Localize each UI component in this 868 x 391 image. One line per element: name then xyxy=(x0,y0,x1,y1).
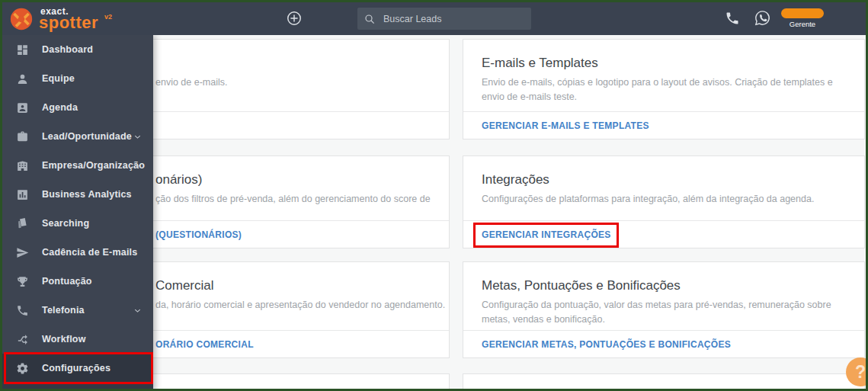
send-icon xyxy=(16,246,29,259)
annotation-red-box xyxy=(473,223,619,248)
phone-icon xyxy=(16,304,29,317)
card-title: Metas, Pontuações e Bonificações xyxy=(482,277,846,293)
settings-card-left-0: envio de e-mails. xyxy=(153,39,450,139)
person-icon xyxy=(16,72,29,85)
card-title xyxy=(155,55,431,71)
card-title: Integrações xyxy=(482,171,846,187)
card-body: Comercialda, horário comercial e apresen… xyxy=(153,262,449,312)
chevron-down-icon xyxy=(133,161,143,171)
sidebar-item-label: Equipe xyxy=(42,73,75,84)
card-description: envio de e-mails. xyxy=(155,75,431,90)
card-actions-row: GERENCIAR METAS, PONTUAÇÕES E BONIFICAÇÕ… xyxy=(463,330,864,357)
sidebar-item-label: Cadência de E-mails xyxy=(42,247,137,258)
sidebar-item-label: Workflow xyxy=(42,334,86,345)
sidebar-item-equipe[interactable]: Equipe xyxy=(2,64,153,93)
sidebar-item-label: Agenda xyxy=(42,102,78,113)
settings-card-integracoes: IntegraçõesConfigurações de plataformas … xyxy=(463,155,865,248)
card-description: da, horário comercial e apresentação do … xyxy=(155,298,431,312)
sidebar-item-searching[interactable]: Searching xyxy=(2,209,153,238)
card-actions-row: ORÁRIO COMERCIAL xyxy=(153,330,449,357)
card-actions-row: (QUESTIONÁRIOS) xyxy=(153,220,449,248)
card-title: E-mails e Templates xyxy=(482,55,846,71)
building-icon xyxy=(16,159,29,172)
card-description: Configurações de plataformas para integr… xyxy=(482,192,846,207)
navigation-sidebar: DashboardEquipeAgendaLead/OportunidadeEm… xyxy=(2,35,153,391)
sidebar-item-telefonia[interactable]: Telefonia xyxy=(2,296,153,325)
chevron-down-icon xyxy=(133,132,143,142)
card-actions-row: GERENCIAR INTEGRAÇÕES xyxy=(463,220,864,248)
card-title: onários) xyxy=(155,171,431,187)
dashboard-icon xyxy=(16,43,29,56)
card-description: ção dos filtros de pré-venda, além do ge… xyxy=(155,192,431,207)
card-manage-link[interactable]: GERENCIAR E-MAILS E TEMPLATES xyxy=(482,120,649,131)
user-role-label: Gerente xyxy=(778,20,827,28)
card-body: E-mails e TemplatesEnvio de e-mails, cóp… xyxy=(463,40,864,104)
briefcase-icon xyxy=(16,130,29,143)
sidebar-item-label: Lead/Oportunidade xyxy=(42,131,132,142)
spotter-logo-icon xyxy=(8,6,34,32)
gear-icon xyxy=(16,362,29,375)
settings-card-distribuicao-de-leads: Distribuição de leads xyxy=(463,373,865,391)
card-body xyxy=(153,374,449,391)
chevron-down-icon xyxy=(133,306,143,316)
card-description: Configuração da pontuação, valor das met… xyxy=(482,298,846,327)
card-manage-link[interactable]: ORÁRIO COMERCIAL xyxy=(155,339,254,350)
card-actions-row xyxy=(153,111,449,139)
card-body: onários)ção dos filtros de pré-venda, al… xyxy=(153,156,449,207)
card-body: Distribuição de leads xyxy=(463,374,864,391)
logo-version: v2 xyxy=(104,13,112,21)
top-bar: exact. spotter v2 Gerente xyxy=(2,2,866,35)
sidebar-item-lead-oportunidade[interactable]: Lead/Oportunidade xyxy=(2,122,153,151)
add-plus-icon[interactable] xyxy=(286,10,303,27)
sidebar-item-dashboard[interactable]: Dashboard xyxy=(2,35,153,64)
whatsapp-icon[interactable] xyxy=(754,9,771,27)
exact-spotter-logo[interactable]: exact. spotter v2 xyxy=(7,4,152,34)
settings-card-onarios: onários)ção dos filtros de pré-venda, al… xyxy=(153,155,450,248)
sidebar-item-label: Dashboard xyxy=(42,44,93,55)
sidebar-item-configuracoes[interactable]: Configurações xyxy=(2,354,153,383)
app-window: exact. spotter v2 Gerente xyxy=(0,0,868,391)
user-name-redacted xyxy=(781,8,824,18)
settings-card-left-3 xyxy=(153,373,450,391)
settings-card-metas-pontuacoes-e-bonificacoes: Metas, Pontuações e BonificaçõesConfigur… xyxy=(463,261,865,358)
logo-text-spotter: spotter xyxy=(39,13,98,33)
card-title: Comercial xyxy=(155,277,431,293)
sidebar-item-label: Empresa/Organização xyxy=(42,160,145,171)
sidebar-item-workflow[interactable]: Workflow xyxy=(2,325,153,354)
search-input[interactable] xyxy=(383,14,520,24)
sidebar-item-empresa-organizacao[interactable]: Empresa/Organização xyxy=(2,151,153,180)
sidebar-item-pontuacao[interactable]: Pontuação xyxy=(2,267,153,296)
calendar-person-icon xyxy=(16,101,29,114)
card-actions-row: GERENCIAR E-MAILS E TEMPLATES xyxy=(463,111,864,139)
sidebar-item-business-analytics[interactable]: Business Analytics xyxy=(2,180,153,209)
sidebar-item-label: Telefonia xyxy=(42,305,85,316)
phone-icon[interactable] xyxy=(725,11,740,26)
user-profile[interactable]: Gerente xyxy=(778,6,827,34)
searching-icon xyxy=(16,217,29,230)
chart-icon xyxy=(16,188,29,201)
card-manage-link[interactable]: GERENCIAR METAS, PONTUAÇÕES E BONIFICAÇÕ… xyxy=(482,339,731,350)
workflow-icon xyxy=(16,333,29,346)
sidebar-item-label: Business Analytics xyxy=(42,189,132,200)
sidebar-item-label: Pontuação xyxy=(42,276,92,287)
card-manage-link[interactable]: (QUESTIONÁRIOS) xyxy=(155,229,242,240)
settings-card-e-mails-e-templates: E-mails e TemplatesEnvio de e-mails, cóp… xyxy=(463,39,865,139)
card-manage-link[interactable]: GERENCIAR INTEGRAÇÕES xyxy=(482,229,611,240)
settings-card-comercial: Comercialda, horário comercial e apresen… xyxy=(153,261,450,358)
trophy-icon xyxy=(16,275,29,288)
sidebar-item-label: Searching xyxy=(42,218,89,229)
card-body: Metas, Pontuações e BonificaçõesConfigur… xyxy=(463,262,864,327)
card-body: envio de e-mails. xyxy=(153,40,449,90)
search-leads-box[interactable] xyxy=(357,8,531,30)
search-icon xyxy=(364,13,376,25)
card-body: IntegraçõesConfigurações de plataformas … xyxy=(463,156,864,207)
sidebar-item-agenda[interactable]: Agenda xyxy=(2,93,153,122)
sidebar-item-cadencia-de-e-mails[interactable]: Cadência de E-mails xyxy=(2,238,153,267)
card-description: Envio de e-mails, cópias e logotipo para… xyxy=(482,75,846,104)
sidebar-footer-strip xyxy=(2,382,153,391)
sidebar-item-label: Configurações xyxy=(42,363,111,373)
